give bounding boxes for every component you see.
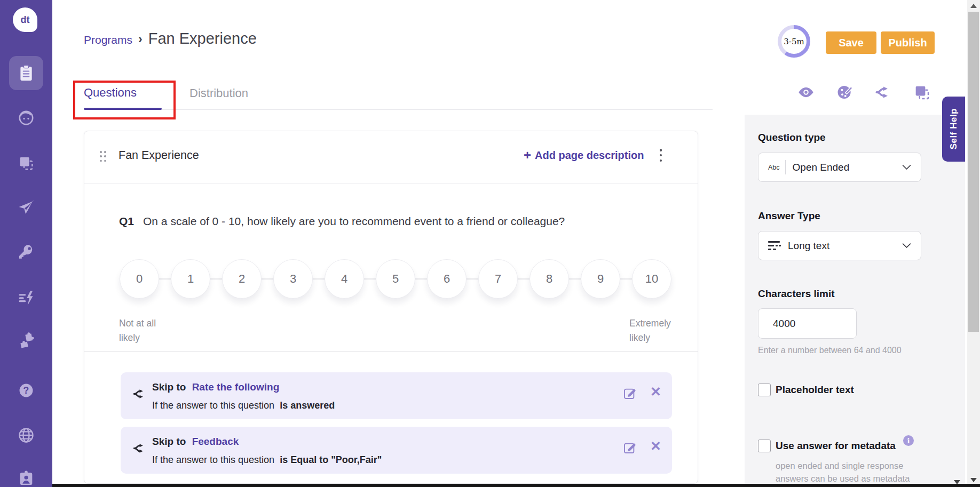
section-divider bbox=[84, 351, 698, 352]
branch-icon bbox=[132, 387, 147, 401]
info-icon[interactable]: i bbox=[903, 435, 914, 446]
sidebar-item-integrations[interactable] bbox=[0, 332, 52, 350]
question-icon: ? bbox=[17, 381, 35, 400]
publish-button[interactable]: Publish bbox=[881, 31, 935, 54]
placeholder-text-label: Placeholder text bbox=[776, 384, 854, 396]
sidebar-item-account[interactable] bbox=[0, 469, 52, 487]
palette-icon bbox=[836, 83, 854, 101]
sidebar-item-distribute[interactable] bbox=[0, 198, 52, 217]
sidebar-item-automation[interactable] bbox=[0, 289, 52, 307]
logic-flow-button[interactable] bbox=[874, 83, 892, 101]
nps-option-9[interactable]: 9 bbox=[581, 259, 620, 299]
plus-icon: + bbox=[524, 149, 531, 162]
skip-target-line: Skip to Rate the following bbox=[152, 381, 279, 393]
tabs-divider bbox=[84, 109, 713, 110]
nps-option-0[interactable]: 0 bbox=[120, 259, 159, 299]
skip-target-line: Skip to Feedback bbox=[152, 436, 239, 448]
answer-type-value: Long text bbox=[788, 240, 829, 252]
skip-logic-row: Skip to Rate the following If the answer… bbox=[121, 372, 672, 419]
preview-button[interactable] bbox=[797, 83, 815, 101]
answer-type-dropdown[interactable]: Long text bbox=[758, 231, 921, 260]
self-help-tab[interactable]: Self Help bbox=[942, 97, 965, 162]
puzzle-icon bbox=[17, 332, 35, 350]
question-number: Q1 bbox=[119, 215, 134, 228]
placeholder-text-row: Placeholder text bbox=[758, 384, 854, 396]
nps-option-6[interactable]: 6 bbox=[427, 259, 467, 299]
question-type-label: Question type bbox=[758, 132, 826, 143]
nps-option-2[interactable]: 2 bbox=[222, 259, 262, 299]
skip-target-link[interactable]: Feedback bbox=[192, 436, 239, 447]
duplicate-button[interactable] bbox=[913, 83, 931, 101]
face-icon bbox=[17, 109, 35, 127]
scrollbar-thumb[interactable] bbox=[968, 12, 979, 332]
duplicate-icon bbox=[913, 83, 931, 101]
save-button[interactable]: Save bbox=[826, 31, 876, 54]
page-menu-button[interactable] bbox=[655, 148, 666, 163]
add-page-description-button[interactable]: + Add page description bbox=[524, 149, 644, 162]
card-divider bbox=[84, 183, 698, 183]
chevron-down-icon bbox=[902, 164, 911, 170]
badge-icon bbox=[17, 469, 35, 487]
close-icon[interactable]: ✕ bbox=[650, 384, 661, 400]
annotation-highlight-box bbox=[73, 81, 176, 119]
bottom-edge-strip bbox=[52, 484, 980, 487]
add-page-description-label: Add page description bbox=[535, 149, 644, 162]
scale-right-label: Extremely likely bbox=[629, 316, 679, 345]
question-row[interactable]: Q1 On a scale of 0 - 10, how likely are … bbox=[119, 215, 565, 228]
characters-limit-label: Characters limit bbox=[758, 288, 835, 300]
scroll-up-arrow[interactable] bbox=[967, 0, 980, 12]
key-icon bbox=[17, 243, 35, 261]
app-logo[interactable]: dt bbox=[13, 7, 37, 32]
abc-icon: Abc bbox=[768, 164, 780, 171]
drag-handle[interactable] bbox=[100, 151, 107, 163]
copy-icon bbox=[17, 154, 35, 172]
characters-limit-input[interactable] bbox=[758, 308, 857, 339]
nps-option-10[interactable]: 10 bbox=[632, 259, 671, 299]
nps-option-8[interactable]: 8 bbox=[529, 259, 569, 299]
theme-button[interactable] bbox=[836, 83, 854, 101]
sidebar-item-help[interactable]: ? bbox=[0, 381, 52, 400]
question-text: On a scale of 0 - 10, how likely are you… bbox=[143, 215, 565, 228]
nps-option-1[interactable]: 1 bbox=[171, 259, 210, 299]
estimated-time-ring: 3-5m bbox=[778, 25, 810, 58]
sidebar-item-surveys[interactable] bbox=[9, 56, 43, 90]
tab-distribution[interactable]: Distribution bbox=[189, 86, 248, 100]
characters-limit-hint: Enter a number between 64 and 4000 bbox=[758, 346, 902, 355]
skip-condition-text: If the answer to this question bbox=[152, 454, 274, 465]
placeholder-text-checkbox[interactable] bbox=[758, 384, 771, 396]
self-help-label: Self Help bbox=[949, 108, 959, 149]
sidebar-item-audience[interactable] bbox=[0, 109, 52, 127]
skip-condition-value: is answered bbox=[280, 400, 335, 411]
sidebar-item-access[interactable] bbox=[0, 243, 52, 261]
edit-icon[interactable] bbox=[622, 386, 637, 401]
nps-option-5[interactable]: 5 bbox=[376, 259, 415, 299]
flow-icon bbox=[874, 83, 892, 101]
skip-prefix: Skip to bbox=[152, 381, 186, 393]
estimated-time-label: 3-5m bbox=[781, 29, 807, 54]
nps-option-4[interactable]: 4 bbox=[325, 259, 364, 299]
nps-option-7[interactable]: 7 bbox=[478, 259, 518, 299]
page-card-title[interactable]: Fan Experience bbox=[118, 149, 199, 162]
skip-condition-line: If the answer to this question is Equal … bbox=[152, 454, 382, 466]
skip-condition-value: is Equal to "Poor,Fair" bbox=[280, 454, 382, 465]
close-icon[interactable]: ✕ bbox=[650, 438, 661, 454]
sidebar: dt ? bbox=[0, 0, 52, 487]
sidebar-item-language[interactable] bbox=[0, 426, 52, 444]
svg-text:?: ? bbox=[23, 385, 29, 396]
sidebar-item-templates[interactable] bbox=[0, 154, 52, 172]
branch-icon bbox=[132, 441, 147, 456]
nps-option-3[interactable]: 3 bbox=[273, 259, 313, 299]
skip-prefix: Skip to bbox=[152, 436, 186, 447]
question-type-value: Open Ended bbox=[793, 162, 850, 173]
skip-target-link[interactable]: Rate the following bbox=[192, 381, 280, 393]
breadcrumb-programs-link[interactable]: Programs bbox=[84, 34, 132, 46]
metadata-row: Use answer for metadata i bbox=[758, 440, 914, 452]
question-type-dropdown[interactable]: Abc Open Ended bbox=[758, 153, 921, 182]
question-settings-panel: Question type Abc Open Ended Answer Type… bbox=[745, 115, 965, 487]
breadcrumb-separator: › bbox=[138, 32, 143, 46]
vertical-scrollbar[interactable] bbox=[967, 0, 980, 487]
eye-icon bbox=[797, 83, 815, 101]
metadata-checkbox[interactable] bbox=[758, 440, 771, 452]
page-card: Fan Experience + Add page description Q1… bbox=[84, 131, 698, 484]
edit-icon[interactable] bbox=[622, 441, 637, 455]
